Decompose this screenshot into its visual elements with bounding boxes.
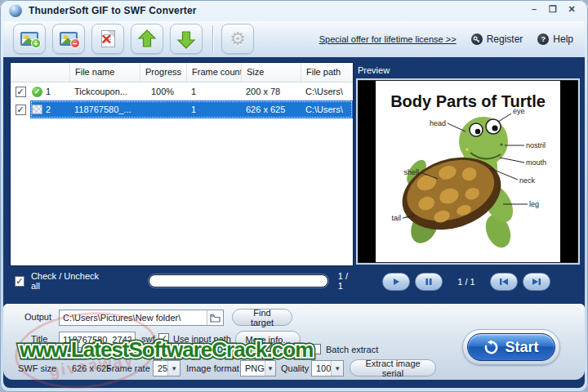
svg-text:mouth: mouth (526, 158, 546, 167)
file-list-header: File name Progress Frame count Size File… (11, 63, 353, 82)
preview-image: Body Parts of Turtle (376, 81, 560, 262)
svg-text:tail: tail (391, 214, 401, 222)
output-path-field[interactable] (59, 310, 224, 326)
check-all-checkbox[interactable] (15, 276, 24, 287)
minimize-button[interactable]: – (528, 3, 541, 16)
output-label: Output (24, 312, 51, 322)
use-input-path-label: Use input path (173, 334, 231, 344)
list-counter: 1 / 1 (338, 271, 354, 291)
row1-size: 200 x 78 (241, 87, 301, 96)
remove-file-button[interactable]: − (52, 24, 85, 54)
settings-button[interactable]: ⚙ (221, 24, 254, 54)
table-row[interactable]: ✓ 1 Tickcoupon... 100% 1 200 x 78 C:\Use… (11, 82, 353, 100)
col-file-name[interactable]: File name (69, 63, 140, 82)
row1-checkbox[interactable] (16, 87, 26, 97)
preview-box: Body Parts of Turtle (356, 78, 580, 265)
frame-rate-label: Frame rate (106, 363, 150, 373)
pause-button[interactable] (415, 273, 443, 291)
remove-image-icon: − (60, 32, 78, 46)
row1-file-name: Tickcoupon... (69, 87, 140, 96)
help-button[interactable]: ? Help (537, 33, 573, 45)
frame-rate-select[interactable]: 25▼ (153, 360, 180, 376)
row1-progress: 100% (140, 87, 186, 96)
table-row-selected[interactable]: 2 118767580_... 1 626 x 625 C:\Users\ (11, 100, 353, 118)
move-up-button[interactable] (131, 24, 163, 54)
up-arrow-icon (137, 29, 157, 49)
use-input-path-checkbox[interactable] (158, 333, 169, 344)
start-arrow-icon (483, 340, 499, 355)
svg-text:head: head (430, 119, 446, 127)
close-button[interactable]: ✕ (565, 3, 578, 16)
swf-ext-label: .swf (139, 334, 155, 344)
register-button[interactable]: Register (471, 33, 523, 45)
batch-extract-label: Batch extract (326, 345, 378, 354)
file-list[interactable]: File name Progress Frame count Size File… (10, 62, 354, 266)
svg-text:eye: eye (513, 107, 525, 115)
turtle-diagram: Body Parts of Turtle (376, 81, 560, 262)
svg-text:leg: leg (529, 200, 539, 208)
clear-list-button[interactable]: ✕ (91, 24, 124, 54)
col-file-path[interactable]: File path (301, 63, 353, 82)
key-icon (471, 33, 483, 45)
thumbnail-icon (32, 105, 42, 114)
down-arrow-icon (176, 29, 196, 49)
settings-panel: Output Find target Title .swf Use input … (3, 304, 585, 380)
extract-image-serial-button[interactable]: Extract image serial (350, 359, 436, 376)
row2-frame-count: 1 (186, 105, 241, 114)
playback-controls: 1 / 1 (356, 271, 580, 292)
special-offer-link[interactable]: Special offer for lifetime license >> (319, 34, 457, 44)
play-icon (392, 278, 400, 286)
svg-text:shell: shell (403, 168, 419, 176)
first-frame-button[interactable] (490, 273, 518, 291)
skip-forward-icon (532, 278, 541, 286)
swf-size-label: SWF size (18, 363, 56, 373)
quality-select[interactable]: 100▼ (311, 360, 344, 376)
move-down-button[interactable] (170, 24, 203, 54)
col-size[interactable]: Size (241, 63, 301, 82)
row2-file-name: 118767580_... (69, 105, 140, 114)
title-bar: ThunderSoft GIF to SWF Converter – ❐ ✕ (0, 0, 588, 21)
check-all-label: Check / Uncheck all (31, 271, 103, 291)
screenshot: ThunderSoft GIF to SWF Converter – ❐ ✕ +… (0, 0, 588, 392)
chevron-down-icon: ▼ (167, 361, 180, 376)
gear-icon: ⚙ (229, 29, 246, 50)
app-logo-icon (9, 4, 22, 17)
add-files-button[interactable]: + (13, 24, 46, 54)
add-image-icon: + (20, 32, 38, 46)
play-button[interactable] (382, 273, 410, 291)
find-target-button[interactable]: Find target (232, 309, 292, 326)
pause-icon (425, 278, 433, 286)
row2-checkbox[interactable] (16, 105, 26, 115)
col-frame-count[interactable]: Frame count (186, 63, 241, 82)
batch-extract-checkbox[interactable] (310, 344, 321, 354)
row2-size: 626 x 625 (241, 105, 301, 114)
conversion-progress-bar (149, 274, 328, 287)
skip-back-icon (499, 278, 509, 286)
last-frame-button[interactable] (523, 273, 550, 291)
title-field[interactable] (59, 332, 136, 348)
row1-file-path: C:\Users\ (301, 87, 353, 96)
preview-label: Preview (358, 65, 390, 75)
browse-folder-icon[interactable] (207, 310, 223, 325)
toolbar-separator (212, 25, 213, 53)
app-window: ThunderSoft GIF to SWF Converter – ❐ ✕ +… (0, 0, 588, 392)
image-format-label: Image format (186, 363, 239, 373)
svg-text:neck: neck (519, 176, 536, 185)
window-title: ThunderSoft GIF to SWF Converter (29, 5, 197, 16)
clear-list-icon: ✕ (101, 30, 115, 47)
more-info-button[interactable]: More info... (235, 331, 301, 348)
title-label: Title (31, 334, 47, 344)
chevron-down-icon: ▼ (265, 361, 275, 376)
svg-text:nostril: nostril (526, 141, 546, 149)
done-status-icon: ✓ (32, 87, 42, 97)
toolbar: + − ✕ ⚙ Special of (3, 21, 585, 57)
list-footer: Check / Uncheck all 1 / 1 (10, 271, 354, 291)
image-format-select[interactable]: PNG▼ (240, 360, 276, 376)
start-button[interactable]: Start (462, 329, 560, 365)
maximize-button[interactable]: ❐ (546, 3, 559, 16)
col-progress[interactable]: Progress (140, 63, 186, 82)
row2-file-path: C:\Users\ (301, 105, 353, 114)
quality-label: Quality (281, 363, 309, 373)
chevron-down-icon: ▼ (331, 361, 343, 376)
frame-counter: 1 / 1 (448, 277, 485, 287)
